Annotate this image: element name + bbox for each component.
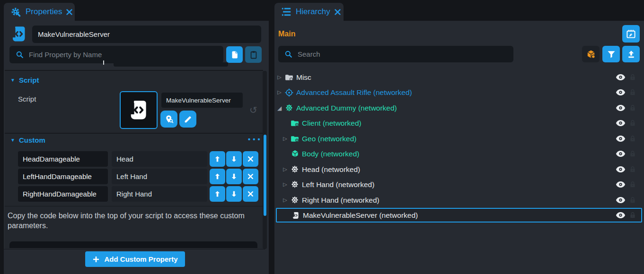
tree-row[interactable]: Head (networked) [276,162,642,177]
visibility-eye-icon[interactable] [616,197,626,204]
editor-window: Properties [0,0,644,274]
custom-section-header[interactable]: ▼ Custom [10,136,45,144]
tree-row-label: Head (networked) [302,165,642,174]
tab-hierarchy[interactable]: Hierarchy [274,3,344,21]
visibility-eye-icon[interactable] [616,89,626,96]
move-up-button[interactable] [210,151,225,167]
tree-row[interactable]: Client (networked) [276,116,642,130]
custom-param-name[interactable]: RightHandDamageable [18,186,108,202]
move-up-button[interactable] [210,186,225,202]
folder-pin-icon [290,119,300,128]
lock-icon[interactable] [629,180,636,188]
tree-row[interactable]: Geo (networked) [276,131,642,146]
move-up-button[interactable] [210,169,225,184]
visibility-eye-icon[interactable] [616,120,626,127]
move-down-icon [230,190,238,198]
lock-icon[interactable] [629,73,636,81]
lock-icon[interactable] [629,211,636,219]
locate-pin-search-icon [164,114,174,124]
find-property-input[interactable] [28,50,223,59]
damageable-burst-icon [290,196,300,205]
delete-button[interactable] [243,169,258,184]
custom-param-value[interactable]: Right Hand [112,186,207,202]
edit-script-button[interactable] [179,111,196,128]
tree-row[interactable]: Body (networked) [276,146,642,161]
expand-arrow-icon[interactable] [276,75,283,80]
expand-arrow-icon[interactable] [282,182,289,187]
upload-icon [626,50,636,59]
move-down-button[interactable] [226,186,242,202]
close-icon[interactable] [335,9,341,15]
expand-arrow-icon[interactable] [282,167,289,172]
visibility-eye-icon[interactable] [616,104,626,111]
gear-wrench-icon [10,7,21,17]
close-icon[interactable] [66,9,72,15]
more-menu-icon[interactable] [248,135,261,144]
visibility-eye-icon[interactable] [616,135,626,142]
lock-icon[interactable] [629,135,636,143]
lock-icon[interactable] [629,150,636,158]
launch-calendar-icon [626,28,636,39]
collapse-arrow-icon[interactable] [276,105,283,111]
scrollbar-thumb[interactable] [264,135,266,216]
code-snippet-box [9,241,257,248]
reset-icon[interactable]: ↺ [249,105,257,115]
add-custom-property-button[interactable]: Add Custom Property [85,251,185,267]
lock-icon[interactable] [629,196,636,204]
paste-icon [249,50,258,60]
filter-button[interactable] [602,46,620,62]
visibility-eye-icon[interactable] [616,212,626,219]
move-down-button[interactable] [226,169,242,184]
delete-button[interactable] [243,151,258,167]
object-name-field[interactable] [32,26,261,43]
expand-arrow-icon[interactable] [282,136,289,141]
lock-icon[interactable] [629,119,636,127]
visibility-eye-icon[interactable] [616,181,626,188]
move-down-icon [230,172,238,180]
section-collapse-icon[interactable]: ▼ [10,77,15,83]
lock-icon[interactable] [629,165,636,173]
tab-properties[interactable]: Properties [4,3,75,21]
find-property-search[interactable] [9,46,223,63]
script-asset-tile[interactable] [120,91,158,129]
hierarchy-search[interactable] [278,46,513,62]
expand-arrow-icon[interactable] [282,197,289,203]
tree-row[interactable]: Advanced Dummy (networked) [276,101,642,115]
move-down-button[interactable] [226,151,242,167]
visibility-eye-icon[interactable] [616,150,626,157]
visibility-eye-icon[interactable] [616,166,626,173]
tab-hierarchy-title: Hierarchy [296,7,330,17]
divider [4,249,265,249]
launch-calendar-button[interactable] [622,25,640,43]
networked-objects-button[interactable] [582,46,600,62]
tree-row-selected[interactable]: MakeVulnerableServer (networked) [276,208,642,223]
tree-row[interactable]: Right Hand (networked) [276,193,642,207]
lock-icon[interactable] [629,88,636,96]
script-section-header[interactable]: ▼ Script [10,76,39,84]
hierarchy-search-input[interactable] [297,50,513,59]
upload-button[interactable] [622,46,640,62]
custom-param-name[interactable]: LeftHandDamageable [18,169,108,184]
move-down-icon [230,155,238,163]
expand-arrow-icon[interactable] [276,90,283,95]
custom-param-value[interactable]: Head [112,151,207,167]
custom-param-name-text: LeftHandDamageable [23,172,92,180]
paste-properties-button[interactable] [245,46,262,63]
delete-button[interactable] [243,186,258,202]
move-up-icon [213,172,221,180]
delete-icon [247,155,254,163]
tree-row[interactable]: Misc [276,70,642,85]
damageable-burst-icon [284,103,294,113]
section-collapse-icon[interactable]: ▼ [10,137,15,143]
tree-row[interactable]: Left Hand (networked) [276,177,642,192]
scene-label: Main [278,30,295,38]
find-script-in-tree-button[interactable] [160,111,177,128]
visibility-eye-icon[interactable] [616,74,626,81]
tree-row[interactable]: Advanced Assault Rifle (networked) [276,85,642,100]
custom-param-value[interactable]: Left Hand [112,169,207,184]
lock-icon[interactable] [629,104,636,112]
plus-icon [92,256,100,263]
clipped-property-row [114,62,228,67]
custom-param-name[interactable]: HeadDamageable [18,151,108,167]
copy-properties-button[interactable] [226,46,243,63]
